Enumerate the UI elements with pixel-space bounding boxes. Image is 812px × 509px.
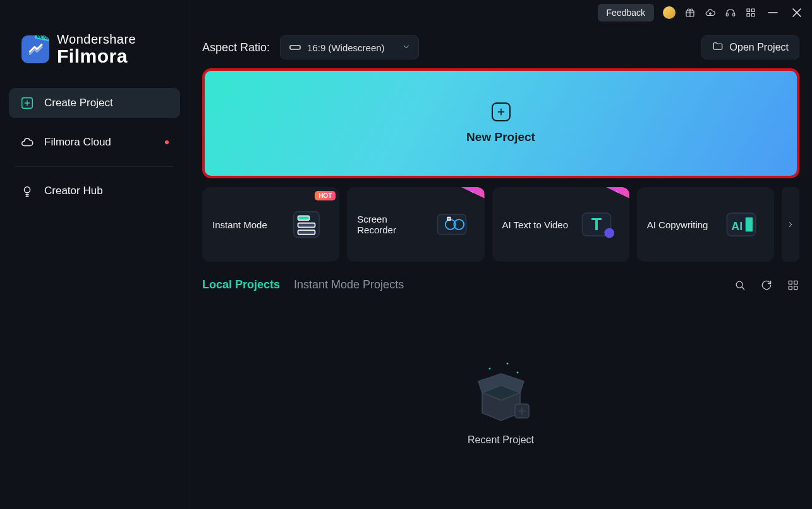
window-minimize-icon[interactable] — [765, 5, 780, 20]
plus-square-icon — [20, 96, 34, 110]
sidebar-item-create-project[interactable]: Create Project — [9, 88, 180, 118]
sidebar-item-label: Filmora Cloud — [44, 136, 111, 149]
cloud-download-icon[interactable] — [705, 7, 716, 18]
sidebar-item-label: Creator Hub — [44, 185, 103, 197]
feature-card-ai-copywriting[interactable]: AI Copywriting AI — [637, 187, 774, 262]
svg-rect-9 — [290, 46, 300, 49]
folder-icon — [712, 40, 724, 54]
logo-product-text: Filmora — [57, 46, 136, 66]
gift-icon[interactable] — [684, 7, 696, 18]
feature-card-label: Screen Recorder — [357, 214, 428, 235]
main-toolbar: Aspect Ratio: 16:9 (Widescreen) Open Pro… — [202, 35, 799, 59]
tab-instant-mode-projects[interactable]: Instant Mode Projects — [294, 278, 404, 291]
search-icon[interactable] — [734, 279, 746, 291]
svg-rect-8 — [752, 14, 755, 17]
svg-rect-4 — [733, 13, 735, 16]
empty-box-icon — [463, 355, 539, 424]
app-logo: BETA Wondershare Filmora — [9, 10, 180, 83]
aspect-ratio-glyph-icon — [289, 42, 301, 53]
feature-card-instant-mode[interactable]: Instant Mode HOT — [202, 187, 339, 262]
svg-point-1 — [24, 187, 30, 192]
recent-projects-empty: Recent Project — [202, 291, 799, 509]
svg-rect-13 — [298, 230, 315, 235]
svg-rect-7 — [747, 14, 750, 17]
sidebar-item-creator-hub[interactable]: Creator Hub — [9, 176, 180, 206]
svg-rect-17 — [447, 218, 451, 221]
svg-text:T: T — [591, 215, 602, 234]
svg-rect-26 — [794, 281, 797, 284]
svg-rect-6 — [752, 9, 755, 12]
globe-icon[interactable] — [663, 6, 676, 19]
bulb-icon — [20, 184, 34, 198]
app-logo-icon: BETA — [21, 35, 49, 63]
headset-icon[interactable] — [725, 7, 736, 18]
feature-card-label: AI Copywriting — [647, 219, 718, 230]
svg-point-34 — [516, 372, 518, 374]
feature-card-label: AI Text to Video — [502, 219, 574, 230]
screen-recorder-icon — [429, 202, 475, 247]
aspect-ratio-select[interactable]: 16:9 (Widescreen) — [280, 35, 419, 59]
svg-rect-12 — [298, 223, 315, 228]
grid-view-icon[interactable] — [787, 279, 799, 291]
sidebar-divider — [15, 166, 174, 167]
sidebar: BETA Wondershare Filmora Create Project … — [0, 0, 190, 509]
svg-point-33 — [506, 363, 508, 365]
apps-grid-icon[interactable] — [745, 7, 756, 18]
cloud-icon — [20, 135, 34, 149]
plus-icon — [492, 102, 511, 121]
feature-scroll-next-button[interactable] — [782, 187, 799, 262]
svg-rect-23 — [746, 218, 753, 232]
feature-card-ai-text-to-video[interactable]: AI Text to Video T BETA — [492, 187, 629, 262]
svg-rect-3 — [726, 13, 728, 16]
titlebar: Feedback — [190, 0, 812, 25]
feature-card-screen-recorder[interactable]: Screen Recorder BETA — [347, 187, 484, 262]
svg-rect-27 — [789, 286, 792, 289]
recent-project-label: Recent Project — [468, 434, 534, 446]
instant-mode-icon — [284, 202, 329, 247]
sidebar-item-label: Create Project — [44, 97, 113, 109]
svg-point-20 — [604, 228, 614, 238]
open-project-label: Open Project — [730, 42, 789, 53]
feature-row: Instant Mode HOT Screen Recorder BETA AI… — [202, 187, 799, 262]
chevron-right-icon — [786, 220, 795, 229]
hot-badge: HOT — [315, 191, 336, 200]
notification-dot — [165, 140, 169, 144]
window-close-icon[interactable] — [789, 5, 804, 20]
refresh-icon[interactable] — [760, 279, 773, 291]
tab-local-projects[interactable]: Local Projects — [202, 278, 280, 291]
aspect-ratio-value: 16:9 (Widescreen) — [307, 42, 385, 53]
text-to-video-icon: T — [574, 202, 619, 247]
svg-rect-5 — [747, 9, 750, 12]
svg-point-24 — [736, 281, 742, 288]
svg-rect-25 — [789, 281, 792, 284]
svg-text:AI: AI — [731, 220, 742, 233]
svg-point-32 — [488, 368, 490, 370]
sidebar-item-filmora-cloud[interactable]: Filmora Cloud — [9, 127, 180, 157]
svg-rect-14 — [437, 214, 466, 235]
project-tabs: Local Projects Instant Mode Projects — [202, 278, 799, 291]
aspect-ratio-label: Aspect Ratio: — [202, 41, 270, 54]
feature-card-label: Instant Mode — [212, 219, 284, 230]
feedback-button[interactable]: Feedback — [598, 4, 654, 21]
new-project-button[interactable]: New Project — [202, 68, 799, 178]
sidebar-nav: Create Project Filmora Cloud Creator Hub — [9, 88, 180, 206]
ai-copywriting-icon: AI — [718, 202, 764, 247]
logo-brand-text: Wondershare — [57, 33, 136, 46]
main-area: Feedback Aspect Ratio: 16:9 (Widescreen)… — [190, 0, 812, 509]
svg-rect-11 — [298, 216, 310, 221]
chevron-down-icon — [402, 42, 411, 53]
new-project-label: New Project — [466, 130, 535, 144]
svg-rect-28 — [794, 286, 797, 289]
open-project-button[interactable]: Open Project — [701, 35, 799, 59]
